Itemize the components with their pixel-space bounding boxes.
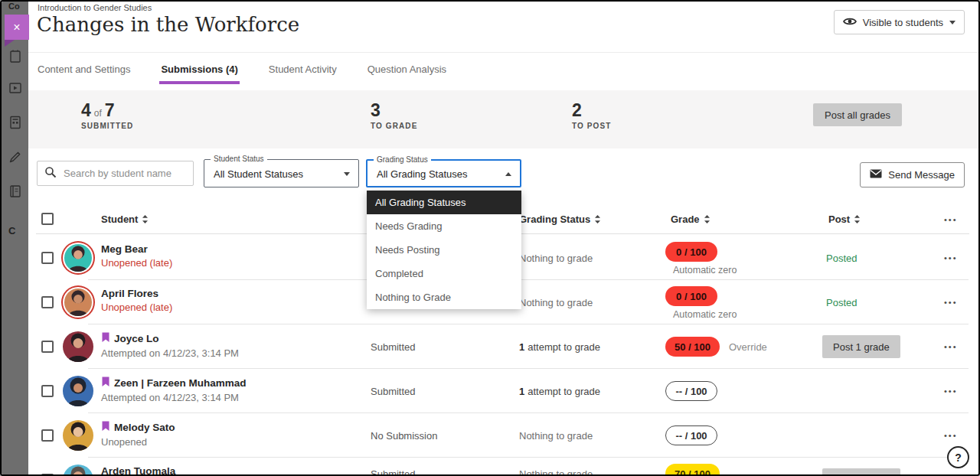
menu-item-needs-grading[interactable]: Needs Grading [367, 214, 521, 238]
grading-status-cell: Nothing to grade [519, 468, 593, 476]
grade-pill[interactable]: 0 / 100 [665, 286, 717, 306]
submitted-total: 7 [105, 101, 115, 119]
avatar [64, 244, 92, 272]
student-status-line: Attempted on 4/12/23, 3:14 PM [101, 392, 247, 403]
video-icon[interactable] [8, 80, 23, 96]
row-menu[interactable]: ••• [944, 342, 958, 351]
close-button-fold [5, 40, 15, 47]
student-name[interactable]: April Flores [101, 288, 158, 299]
grading-status-value: All Grading Statuses [377, 168, 468, 179]
student-status-line: Attempted on 4/12/23, 3:14 PM [101, 347, 239, 359]
post-grade-button[interactable]: Post 1 grade [822, 468, 900, 476]
close-panel-button[interactable]: × [5, 15, 29, 40]
column-header-post[interactable]: Post [828, 214, 861, 225]
student-name[interactable]: Zeen | Farzeen Muhammad [114, 377, 247, 389]
document-icon[interactable] [8, 49, 23, 64]
grading-status-header-label: Grading Status [519, 214, 590, 225]
student-search [37, 161, 194, 186]
post-header-label: Post [828, 214, 850, 225]
column-header-grade[interactable]: Grade [671, 214, 710, 225]
send-message-label: Send Message [888, 169, 955, 181]
send-message-button[interactable]: Send Message [860, 162, 965, 187]
menu-item-nothing-to-grade[interactable]: Nothing to Grade [367, 285, 521, 309]
student-status-value: All Student Statuses [214, 168, 303, 179]
avatar [63, 331, 93, 362]
row-checkbox[interactable] [41, 296, 54, 308]
grading-status-cell: 1attempt to grade [519, 386, 600, 397]
row-checkbox[interactable] [41, 252, 54, 264]
submitted-of: of [94, 108, 102, 119]
pencil-icon[interactable] [8, 149, 23, 165]
help-button[interactable]: ? [947, 446, 969, 468]
search-icon [44, 166, 57, 181]
gradebook-icon[interactable] [8, 115, 23, 130]
submissions-panel: Introduction to Gender Studies Changes i… [28, 2, 978, 474]
grading-status-cell: Nothing to grade [519, 253, 593, 264]
grade-pill[interactable]: 70 / 100 [665, 464, 720, 476]
select-all-checkbox[interactable] [41, 213, 54, 225]
to-post-count: 2 [572, 101, 582, 119]
grade-pill[interactable]: -- / 100 [665, 425, 717, 445]
row-menu[interactable]: ••• [944, 298, 958, 307]
envelope-icon [870, 169, 882, 181]
posted-status: Posted [826, 297, 857, 308]
grade-note: Automatic zero [673, 265, 737, 275]
sort-icon [854, 214, 861, 224]
course-sidebar: Co C [2, 2, 28, 474]
student-name[interactable]: Meg Bear [101, 243, 148, 255]
student-name[interactable]: Arden Tuomala [101, 465, 175, 476]
app-window: Co C × Introduction to Gender Studies Ch… [0, 0, 980, 476]
grade-note: Automatic zero [673, 309, 737, 320]
to-grade-count: 3 [371, 101, 381, 119]
tab-bar: Content and Settings Submissions (4) Stu… [36, 53, 448, 84]
row-menu[interactable]: ••• [944, 253, 958, 262]
grading-status-select[interactable]: Grading Status All Grading Statuses [366, 159, 521, 187]
grade-pill[interactable]: 0 / 100 [665, 242, 717, 262]
journal-icon[interactable] [8, 184, 23, 199]
student-status-cell: Submitted [371, 341, 416, 353]
search-input[interactable] [62, 167, 186, 180]
tab-submissions[interactable]: Submissions (4) [159, 53, 239, 84]
row-menu[interactable]: ••• [944, 431, 958, 440]
sort-icon [704, 214, 710, 224]
post-grade-button[interactable]: Post 1 grade [822, 335, 900, 358]
breadcrumb: Introduction to Gender Studies [38, 3, 152, 12]
attempt-text: attempt to grade [528, 341, 600, 353]
sidebar-top-label: Co [8, 2, 20, 11]
menu-item-completed[interactable]: Completed [367, 262, 521, 285]
row-checkbox[interactable] [41, 385, 54, 397]
override-label: Override [729, 341, 767, 353]
row-checkbox[interactable] [41, 341, 54, 353]
student-name[interactable]: Joyce Lo [114, 333, 159, 344]
sort-icon [594, 214, 601, 224]
sort-icon [142, 214, 149, 224]
tab-content-and-settings[interactable]: Content and Settings [36, 53, 132, 84]
student-name[interactable]: Melody Sato [114, 422, 175, 433]
visibility-label: Visible to students [863, 17, 943, 28]
table-options-menu[interactable]: ••• [944, 215, 958, 224]
grade-pill[interactable]: -- / 100 [665, 381, 717, 401]
attempt-count: 1 [519, 386, 524, 397]
visibility-dropdown-button[interactable]: Visible to students [834, 10, 965, 34]
grading-status-menu: All Grading Statuses Needs Grading Needs… [367, 191, 521, 309]
flag-icon [101, 421, 110, 434]
student-status-select[interactable]: Student Status All Student Statuses [204, 159, 359, 187]
column-header-student[interactable]: Student [101, 214, 149, 225]
table-row: Joyce Lo Attempted on 4/12/23, 3:14 PM S… [28, 324, 978, 369]
row-checkbox[interactable] [41, 429, 54, 442]
row-menu[interactable]: ••• [944, 386, 958, 396]
table-row: Arden Tuomala Submitted Nothing to grade… [28, 458, 978, 476]
grade-pill[interactable]: 50 / 100 [665, 337, 720, 357]
column-header-grading-status[interactable]: Grading Status [519, 214, 601, 225]
avatar [63, 465, 93, 476]
table-row: Melody Sato Unopened No Submission Nothi… [28, 413, 978, 458]
tab-student-activity[interactable]: Student Activity [267, 53, 338, 84]
student-status-cell: Submitted [371, 386, 416, 397]
menu-item-all-grading-statuses[interactable]: All Grading Statuses [367, 191, 521, 214]
flag-icon [101, 377, 110, 390]
tab-question-analysis[interactable]: Question Analysis [366, 53, 448, 84]
student-status-legend: Student Status [211, 155, 267, 163]
post-all-grades-button[interactable]: Post all grades [813, 103, 902, 126]
menu-item-needs-posting[interactable]: Needs Posting [367, 238, 521, 262]
table-row: Zeen | Farzeen Muhammad Attempted on 4/1… [28, 369, 978, 413]
